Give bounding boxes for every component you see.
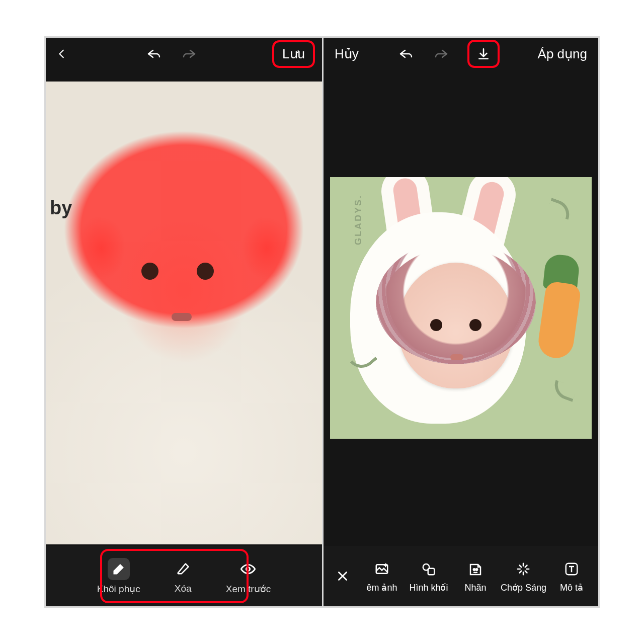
left-topbar: Lưu [46, 38, 322, 70]
tool-flash-label: Chớp Sáng [501, 582, 546, 593]
tool-shape-label: Hình khối [409, 582, 448, 593]
shapes-icon [419, 559, 439, 579]
tool-image-label: êm ảnh [366, 582, 397, 593]
tutorial-frame: Lưu by Khôi phục Xóa [44, 36, 600, 608]
right-canvas[interactable]: GLADYS. [324, 70, 598, 546]
undo-icon[interactable] [145, 45, 163, 63]
sparkle-icon [513, 559, 533, 579]
pillow-text: by [50, 197, 72, 219]
eraser-icon [172, 558, 194, 580]
svg-point-5 [476, 569, 478, 571]
tool-preview-label: Xem trước [226, 583, 271, 595]
svg-point-4 [473, 569, 475, 571]
right-toolbar: êm ảnh Hình khối Nhãn Chớp Sáng [324, 546, 598, 606]
brush-icon [108, 558, 130, 580]
redo-icon[interactable] [432, 45, 450, 63]
redo-icon[interactable] [180, 45, 198, 63]
left-canvas[interactable]: by [46, 70, 322, 546]
download-icon[interactable] [474, 45, 493, 63]
artwork-signature: GLADYS. [353, 194, 364, 245]
tool-text[interactable]: Mô tả [550, 559, 593, 593]
tool-text-label: Mô tả [560, 582, 583, 593]
undo-icon[interactable] [397, 45, 415, 63]
cutout-head[interactable] [398, 263, 514, 388]
svg-point-0 [247, 567, 251, 571]
right-pane: Hủy Áp dụng [322, 38, 598, 606]
cancel-button[interactable]: Hủy [331, 44, 363, 64]
back-icon[interactable] [53, 45, 71, 63]
left-toolbar: Khôi phục Xóa Xem trước [46, 546, 322, 606]
left-pane: Lưu by Khôi phục Xóa [46, 38, 322, 606]
tool-shape[interactable]: Hình khối [407, 559, 450, 593]
composed-artwork: GLADYS. [330, 177, 592, 439]
eye-icon [237, 558, 259, 580]
tool-preview[interactable]: Xem trước [226, 558, 271, 595]
tool-erase-label: Xóa [175, 583, 192, 594]
tool-erase[interactable]: Xóa [164, 558, 203, 594]
tool-add-image[interactable]: êm ảnh [360, 559, 404, 593]
download-highlight [467, 40, 500, 68]
carrot-illustration [541, 283, 577, 358]
masked-baby-photo: by [46, 82, 322, 544]
tool-restore[interactable]: Khôi phục [97, 558, 140, 595]
save-highlight: Lưu [272, 40, 315, 68]
text-icon [561, 559, 582, 579]
accent-mark [546, 198, 573, 220]
accent-mark [550, 380, 577, 402]
tool-flash[interactable]: Chớp Sáng [501, 559, 546, 593]
right-topbar: Hủy Áp dụng [324, 38, 598, 70]
tool-restore-label: Khôi phục [97, 583, 140, 595]
sticker-icon [465, 559, 486, 580]
tool-sticker[interactable]: Nhãn [454, 559, 497, 593]
tool-sticker-label: Nhãn [464, 583, 486, 593]
save-button[interactable]: Lưu [278, 44, 309, 64]
image-plus-icon [372, 559, 392, 579]
apply-button[interactable]: Áp dụng [534, 44, 591, 64]
close-button[interactable] [329, 570, 357, 583]
